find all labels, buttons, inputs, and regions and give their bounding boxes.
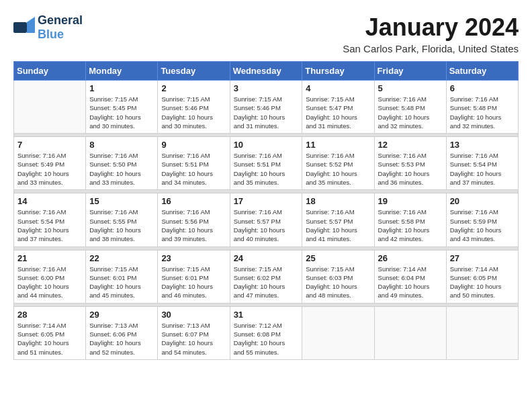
calendar-week-row: 1Sunrise: 7:15 AM Sunset: 5:45 PM Daylig… <box>14 81 519 134</box>
title-block: January 2024 San Carlos Park, Florida, U… <box>343 13 519 54</box>
calendar-cell: 26Sunrise: 7:14 AM Sunset: 6:04 PM Dayli… <box>374 250 446 303</box>
day-info: Sunrise: 7:16 AM Sunset: 5:54 PM Dayligh… <box>17 208 82 243</box>
weekday-header-sunday: Sunday <box>14 62 86 81</box>
calendar-cell: 3Sunrise: 7:15 AM Sunset: 5:46 PM Daylig… <box>230 81 302 134</box>
day-info: Sunrise: 7:15 AM Sunset: 5:46 PM Dayligh… <box>161 95 226 130</box>
calendar-cell <box>446 306 518 359</box>
day-number: 14 <box>17 196 82 206</box>
weekday-header-tuesday: Tuesday <box>158 62 230 81</box>
svg-rect-0 <box>13 22 27 33</box>
day-number: 18 <box>306 196 370 206</box>
day-info: Sunrise: 7:16 AM Sunset: 5:59 PM Dayligh… <box>450 208 515 243</box>
weekday-header-monday: Monday <box>86 62 158 81</box>
calendar-cell <box>374 306 446 359</box>
day-info: Sunrise: 7:15 AM Sunset: 6:03 PM Dayligh… <box>306 265 370 300</box>
day-number: 13 <box>450 140 515 150</box>
calendar-week-row: 21Sunrise: 7:16 AM Sunset: 6:00 PM Dayli… <box>14 250 519 303</box>
day-number: 24 <box>234 253 299 263</box>
weekday-header-wednesday: Wednesday <box>230 62 302 81</box>
day-number: 26 <box>378 253 443 263</box>
calendar-cell: 28Sunrise: 7:14 AM Sunset: 6:05 PM Dayli… <box>14 306 86 359</box>
day-info: Sunrise: 7:16 AM Sunset: 5:48 PM Dayligh… <box>450 95 515 130</box>
calendar-cell: 14Sunrise: 7:16 AM Sunset: 5:54 PM Dayli… <box>14 193 86 246</box>
day-number: 19 <box>378 196 443 206</box>
calendar-week-row: 7Sunrise: 7:16 AM Sunset: 5:49 PM Daylig… <box>14 137 519 190</box>
day-number: 2 <box>161 83 226 93</box>
weekday-header-friday: Friday <box>374 62 446 81</box>
calendar-cell: 15Sunrise: 7:16 AM Sunset: 5:55 PM Dayli… <box>86 193 158 246</box>
day-info: Sunrise: 7:16 AM Sunset: 6:00 PM Dayligh… <box>17 265 82 300</box>
day-info: Sunrise: 7:15 AM Sunset: 6:02 PM Dayligh… <box>234 265 299 300</box>
day-number: 12 <box>378 140 443 150</box>
day-number: 8 <box>89 140 154 150</box>
calendar-cell: 9Sunrise: 7:16 AM Sunset: 5:51 PM Daylig… <box>158 137 230 190</box>
location: San Carlos Park, Florida, United States <box>343 43 519 54</box>
calendar-cell: 2Sunrise: 7:15 AM Sunset: 5:46 PM Daylig… <box>158 81 230 134</box>
day-number: 16 <box>161 196 226 206</box>
day-info: Sunrise: 7:16 AM Sunset: 5:52 PM Dayligh… <box>306 151 370 187</box>
weekday-header-thursday: Thursday <box>302 62 374 81</box>
day-info: Sunrise: 7:15 AM Sunset: 5:45 PM Dayligh… <box>89 95 154 130</box>
day-info: Sunrise: 7:14 AM Sunset: 6:04 PM Dayligh… <box>378 265 443 300</box>
calendar-table: SundayMondayTuesdayWednesdayThursdayFrid… <box>13 61 519 360</box>
day-number: 6 <box>450 83 515 93</box>
day-info: Sunrise: 7:16 AM Sunset: 5:57 PM Dayligh… <box>306 208 370 243</box>
day-number: 7 <box>17 140 82 150</box>
day-info: Sunrise: 7:16 AM Sunset: 5:50 PM Dayligh… <box>89 151 154 187</box>
calendar-cell: 10Sunrise: 7:16 AM Sunset: 5:51 PM Dayli… <box>230 137 302 190</box>
calendar-cell: 5Sunrise: 7:16 AM Sunset: 5:48 PM Daylig… <box>374 81 446 134</box>
day-info: Sunrise: 7:13 AM Sunset: 6:06 PM Dayligh… <box>89 321 154 357</box>
calendar-cell: 19Sunrise: 7:16 AM Sunset: 5:58 PM Dayli… <box>374 193 446 246</box>
calendar-week-row: 14Sunrise: 7:16 AM Sunset: 5:54 PM Dayli… <box>14 193 519 246</box>
calendar-week-row: 28Sunrise: 7:14 AM Sunset: 6:05 PM Dayli… <box>14 306 519 359</box>
day-number: 22 <box>89 253 154 263</box>
day-info: Sunrise: 7:16 AM Sunset: 5:57 PM Dayligh… <box>234 208 299 243</box>
calendar-cell: 18Sunrise: 7:16 AM Sunset: 5:57 PM Dayli… <box>302 193 374 246</box>
calendar-cell: 8Sunrise: 7:16 AM Sunset: 5:50 PM Daylig… <box>86 137 158 190</box>
day-info: Sunrise: 7:16 AM Sunset: 5:56 PM Dayligh… <box>161 208 226 243</box>
day-number: 11 <box>306 140 370 150</box>
calendar-cell: 22Sunrise: 7:15 AM Sunset: 6:01 PM Dayli… <box>86 250 158 303</box>
day-info: Sunrise: 7:14 AM Sunset: 6:05 PM Dayligh… <box>17 321 82 357</box>
logo: General Blue <box>13 13 83 42</box>
day-info: Sunrise: 7:16 AM Sunset: 5:51 PM Dayligh… <box>234 151 299 187</box>
day-info: Sunrise: 7:14 AM Sunset: 6:05 PM Dayligh… <box>450 265 515 300</box>
calendar-cell: 6Sunrise: 7:16 AM Sunset: 5:48 PM Daylig… <box>446 81 518 134</box>
day-info: Sunrise: 7:15 AM Sunset: 6:01 PM Dayligh… <box>161 265 226 300</box>
day-number: 30 <box>161 310 226 320</box>
calendar-cell: 25Sunrise: 7:15 AM Sunset: 6:03 PM Dayli… <box>302 250 374 303</box>
day-number: 3 <box>234 83 299 93</box>
calendar-cell: 17Sunrise: 7:16 AM Sunset: 5:57 PM Dayli… <box>230 193 302 246</box>
logo-general: General <box>38 13 83 27</box>
day-info: Sunrise: 7:16 AM Sunset: 5:54 PM Dayligh… <box>450 151 515 187</box>
day-info: Sunrise: 7:16 AM Sunset: 5:51 PM Dayligh… <box>161 151 226 187</box>
day-number: 4 <box>306 83 370 93</box>
day-number: 29 <box>89 310 154 320</box>
calendar-cell: 12Sunrise: 7:16 AM Sunset: 5:53 PM Dayli… <box>374 137 446 190</box>
calendar-cell: 13Sunrise: 7:16 AM Sunset: 5:54 PM Dayli… <box>446 137 518 190</box>
day-info: Sunrise: 7:12 AM Sunset: 6:08 PM Dayligh… <box>234 321 299 357</box>
day-info: Sunrise: 7:13 AM Sunset: 6:07 PM Dayligh… <box>161 321 226 357</box>
day-info: Sunrise: 7:16 AM Sunset: 5:49 PM Dayligh… <box>17 151 82 187</box>
day-number: 25 <box>306 253 370 263</box>
calendar-cell: 29Sunrise: 7:13 AM Sunset: 6:06 PM Dayli… <box>86 306 158 359</box>
svg-marker-1 <box>27 17 35 33</box>
day-number: 28 <box>17 310 82 320</box>
calendar-cell: 27Sunrise: 7:14 AM Sunset: 6:05 PM Dayli… <box>446 250 518 303</box>
day-info: Sunrise: 7:16 AM Sunset: 5:53 PM Dayligh… <box>378 151 443 187</box>
weekday-header-row: SundayMondayTuesdayWednesdayThursdayFrid… <box>14 62 519 81</box>
calendar-cell: 11Sunrise: 7:16 AM Sunset: 5:52 PM Dayli… <box>302 137 374 190</box>
day-info: Sunrise: 7:16 AM Sunset: 5:58 PM Dayligh… <box>378 208 443 243</box>
calendar-cell <box>14 81 86 134</box>
calendar-cell: 23Sunrise: 7:15 AM Sunset: 6:01 PM Dayli… <box>158 250 230 303</box>
day-number: 1 <box>89 83 154 93</box>
day-info: Sunrise: 7:16 AM Sunset: 5:55 PM Dayligh… <box>89 208 154 243</box>
calendar-cell: 7Sunrise: 7:16 AM Sunset: 5:49 PM Daylig… <box>14 137 86 190</box>
day-number: 9 <box>161 140 226 150</box>
calendar-cell: 31Sunrise: 7:12 AM Sunset: 6:08 PM Dayli… <box>230 306 302 359</box>
logo-icon <box>13 17 35 38</box>
day-number: 17 <box>234 196 299 206</box>
logo-blue: Blue <box>38 28 64 41</box>
calendar-cell: 24Sunrise: 7:15 AM Sunset: 6:02 PM Dayli… <box>230 250 302 303</box>
calendar-cell: 4Sunrise: 7:15 AM Sunset: 5:47 PM Daylig… <box>302 81 374 134</box>
